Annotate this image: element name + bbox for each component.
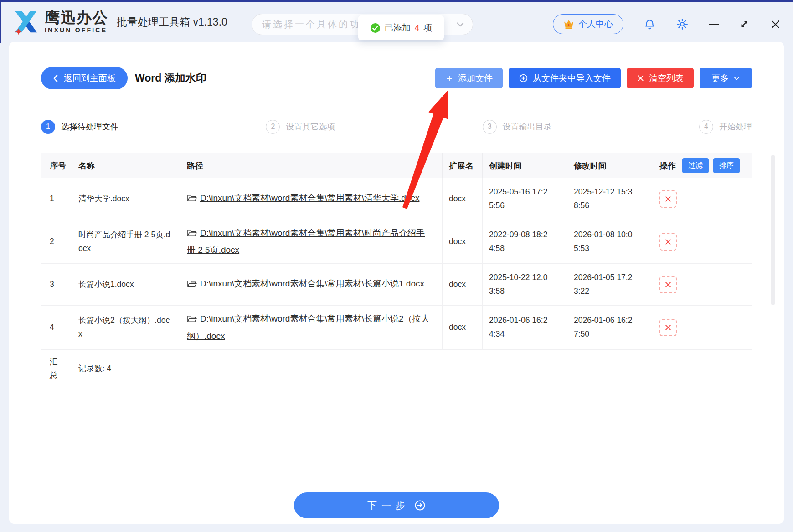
cell-ext: docx: [443, 264, 483, 306]
cell-ext: docx: [443, 178, 483, 220]
cell-modified: 2026-01-05 17:23:22: [567, 264, 653, 306]
delete-row-button[interactable]: [659, 319, 677, 336]
import-from-folder-label: 从文件夹中导入文件: [533, 72, 611, 84]
summary-row: 汇总 记录数: 4: [41, 349, 752, 388]
cell-name: 清华大学.docx: [72, 178, 180, 220]
cell-modified: 2026-01-06 16:27:50: [567, 306, 653, 349]
table-body: 1清华大学.docxD:\inxun\文档素材\word素材合集\常用素材\清华…: [41, 178, 752, 350]
files-table-wrap: 序号 名称 路径 扩展名 创建时间 修改时间 操作 过滤 排序 1清华大学.: [41, 153, 752, 388]
path-link[interactable]: D:\inxun\文档素材\word素材合集\常用素材\长篇小说1.docx: [200, 279, 424, 288]
step-item-output-dir: 3 设置输出目录: [483, 120, 552, 134]
column-header-created: 创建时间: [483, 153, 567, 178]
column-header-path: 路径: [180, 153, 443, 178]
cell-index: 3: [41, 264, 72, 306]
cell-ext: docx: [443, 220, 483, 264]
step-item-other-options: 2 设置其它选项: [266, 120, 335, 134]
more-button[interactable]: 更多: [700, 68, 752, 88]
step-item-start: 4 开始处理: [699, 120, 752, 134]
settings-button[interactable]: [676, 18, 689, 31]
arrow-right-circle-icon: [416, 500, 426, 511]
next-step-label: 下一步: [367, 499, 410, 512]
step-label: 设置输出目录: [503, 121, 552, 132]
cell-path: D:\inxun\文档素材\word素材合集\常用素材\长篇小说2（按大纲）.d…: [180, 306, 443, 349]
files-table: 序号 名称 路径 扩展名 创建时间 修改时间 操作 过滤 排序 1清华大学.: [41, 153, 752, 388]
folder-icon: [187, 192, 197, 207]
filter-button[interactable]: 过滤: [682, 158, 709, 173]
page-title: Word 添加水印: [135, 71, 206, 85]
clear-list-button[interactable]: 清空列表: [627, 68, 694, 88]
content-card: 返回到主面板 Word 添加水印 添加文件 从文件夹中导入文件 清空列表: [9, 42, 784, 524]
column-header-modified: 修改时间: [567, 153, 653, 178]
brand-name-cn: 鹰迅办公: [45, 10, 108, 26]
cell-path: D:\inxun\文档素材\word素材合集\常用素材\长篇小说1.docx: [180, 264, 443, 306]
add-files-label: 添加文件: [458, 72, 493, 84]
table-header-row: 序号 名称 路径 扩展名 创建时间 修改时间 操作 过滤 排序: [41, 153, 752, 178]
crown-icon: [563, 19, 574, 29]
window-frame-left: [0, 0, 1, 43]
step-label: 选择待处理文件: [61, 121, 118, 132]
chevron-down-icon[interactable]: [456, 22, 464, 27]
step-number: 2: [266, 120, 280, 134]
plus-icon: [445, 74, 453, 82]
maximize-button[interactable]: [739, 19, 750, 30]
path-link[interactable]: D:\inxun\文档素材\word素材合集\常用素材\时尚产品介绍手册 2 5…: [187, 228, 425, 255]
x-icon: [637, 74, 644, 82]
step-connector: [343, 127, 474, 127]
column-header-ext: 扩展名: [443, 153, 483, 178]
circle-plus-icon: [519, 73, 528, 83]
cell-index: 1: [41, 178, 72, 220]
table-row: 3长篇小说1.docxD:\inxun\文档素材\word素材合集\常用素材\长…: [41, 264, 752, 306]
cell-created: 2022-09-08 18:24:58: [483, 220, 567, 264]
table-row: 2时尚产品介绍手册 2 5页.docxD:\inxun\文档素材\word素材合…: [41, 220, 752, 264]
cell-created: 2025-05-16 17:25:56: [483, 178, 567, 220]
close-icon: [770, 19, 781, 30]
maximize-icon: [739, 19, 750, 30]
step-number: 3: [483, 120, 497, 134]
step-connector: [127, 127, 257, 127]
summary-text: 记录数: 4: [72, 349, 752, 388]
actions-header-label: 操作: [659, 160, 676, 171]
step-indicator: 1 选择待处理文件 2 设置其它选项 3 设置输出目录 4 开始处理: [41, 118, 752, 135]
titlebar: 鹰迅办公 INXUN OFFICE 批量处理工具箱 v1.13.0 已添加 4 …: [0, 2, 793, 42]
cell-index: 2: [41, 220, 72, 264]
more-label: 更多: [711, 72, 729, 84]
folder-icon: [187, 227, 197, 242]
brand-name-en: INXUN OFFICE: [45, 27, 108, 34]
minimize-button[interactable]: [709, 24, 719, 25]
user-center-button[interactable]: 个人中心: [553, 14, 623, 34]
next-step-button[interactable]: 下一步: [294, 492, 499, 518]
toast-text-suffix: 项: [423, 22, 432, 34]
table-row: 4长篇小说2（按大纲）.docxD:\inxun\文档素材\word素材合集\常…: [41, 306, 752, 349]
column-header-actions: 操作 过滤 排序: [653, 153, 752, 178]
brand-text: 鹰迅办公 INXUN OFFICE: [45, 10, 108, 34]
cell-ext: docx: [443, 306, 483, 349]
toast-count: 4: [415, 23, 420, 33]
scrollbar-thumb[interactable]: [771, 155, 775, 305]
delete-row-button[interactable]: [659, 276, 677, 293]
cell-actions: [653, 220, 752, 264]
notifications-button[interactable]: [644, 18, 656, 31]
cell-actions: [653, 306, 752, 349]
delete-row-button[interactable]: [659, 233, 677, 251]
toolbar-actions: 添加文件 从文件夹中导入文件 清空列表 更多: [435, 68, 752, 88]
cell-actions: [653, 264, 752, 306]
add-files-button[interactable]: 添加文件: [435, 68, 503, 88]
cell-name: 长篇小说2（按大纲）.docx: [72, 306, 180, 349]
back-to-dashboard-button[interactable]: 返回到主面板: [41, 67, 128, 89]
back-button-label: 返回到主面板: [64, 72, 116, 84]
import-from-folder-button[interactable]: 从文件夹中导入文件: [509, 68, 621, 88]
path-link[interactable]: D:\inxun\文档素材\word素材合集\常用素材\长篇小说2（按大纲）.d…: [187, 314, 430, 340]
close-button[interactable]: [770, 19, 781, 30]
step-label: 设置其它选项: [286, 121, 335, 132]
step-connector: [560, 127, 691, 127]
cell-path: D:\inxun\文档素材\word素材合集\常用素材\清华大学.docx: [180, 178, 443, 220]
folder-icon: [187, 312, 197, 328]
user-center-label: 个人中心: [578, 18, 613, 30]
delete-row-button[interactable]: [659, 190, 677, 208]
page-toolbar: 返回到主面板 Word 添加水印 添加文件 从文件夹中导入文件 清空列表: [9, 42, 784, 101]
table-row: 1清华大学.docxD:\inxun\文档素材\word素材合集\常用素材\清华…: [41, 178, 752, 220]
sort-button[interactable]: 排序: [713, 158, 740, 173]
path-link[interactable]: D:\inxun\文档素材\word素材合集\常用素材\清华大学.docx: [200, 193, 419, 203]
added-items-toast: 已添加 4 项: [358, 15, 444, 40]
bell-icon: [644, 18, 656, 31]
